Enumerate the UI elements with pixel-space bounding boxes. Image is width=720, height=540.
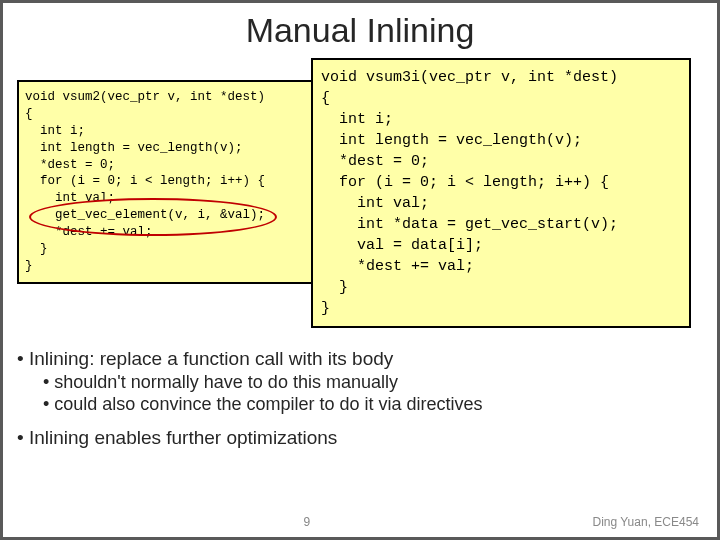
bullet-compiler-note: could also convince the compiler to do i… [54,394,482,414]
slide-title: Manual Inlining [17,11,703,50]
slide-frame: Manual Inlining void vsum2(vec_ptr v, in… [0,0,720,540]
bullet-inlining-def: Inlining: replace a function call with i… [29,348,393,369]
code-row: void vsum2(vec_ptr v, int *dest) { int i… [17,58,703,328]
slide-footer: 9 Ding Yuan, ECE454 [3,515,717,529]
code-block-vsum3i: void vsum3i(vec_ptr v, int *dest) { int … [311,58,691,328]
bullet-list: Inlining: replace a function call with i… [17,348,703,461]
page-number: 9 [21,515,592,529]
author-label: Ding Yuan, ECE454 [592,515,699,529]
bullet-manual-note: shouldn't normally have to do this manua… [54,372,398,392]
code-block-vsum2: void vsum2(vec_ptr v, int *dest) { int i… [17,80,315,284]
bullet-further-opt: Inlining enables further optimizations [29,427,337,448]
